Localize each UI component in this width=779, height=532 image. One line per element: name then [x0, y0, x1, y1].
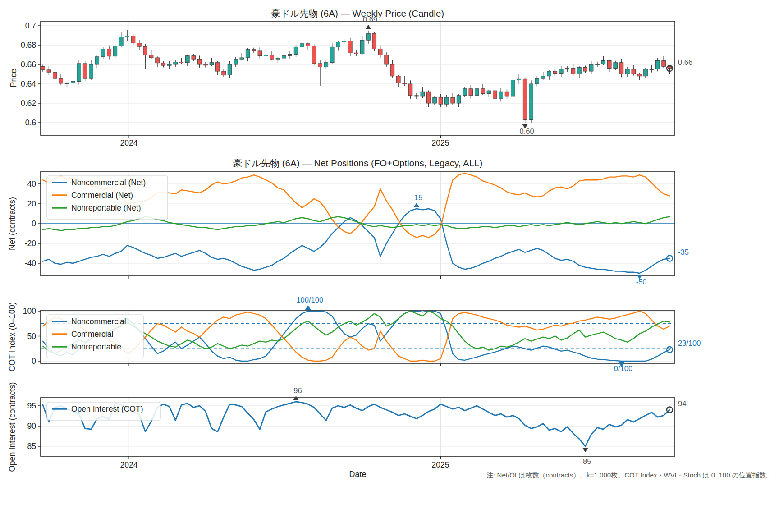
- y-tick-label: 90: [27, 422, 37, 431]
- candle-down: [318, 64, 322, 67]
- candle-down: [149, 55, 153, 58]
- candle-down: [252, 50, 256, 51]
- candle-up: [463, 89, 467, 96]
- candle-down: [583, 67, 587, 71]
- annotation-text: 100/100: [296, 296, 323, 304]
- candle-up: [294, 47, 298, 54]
- legend: Open Interest (COT): [47, 402, 160, 420]
- annotation-text: -50: [636, 278, 647, 286]
- candle-down: [662, 60, 666, 66]
- candle-up: [246, 50, 250, 58]
- annotation-text: 85: [583, 457, 591, 465]
- y-tick-label: 100: [23, 307, 36, 316]
- annotation-last: 23/100: [667, 339, 701, 353]
- candle-down: [270, 55, 274, 60]
- candle-down: [385, 55, 389, 65]
- net-panel: 40200-20-40Noncommercial (Net)Commercial…: [25, 171, 689, 286]
- annotation-text: 15: [414, 193, 422, 202]
- annotation-text: 0.60: [520, 127, 534, 135]
- candle-down: [222, 71, 226, 75]
- candle-up: [324, 63, 328, 67]
- candle-down: [397, 76, 401, 83]
- candle-down: [348, 41, 353, 53]
- candle-up: [421, 92, 425, 96]
- y-tick-label: -20: [25, 239, 37, 248]
- candle-down: [156, 58, 160, 63]
- candle-down: [408, 84, 412, 96]
- annotation-down: 0/100: [614, 362, 632, 372]
- y-tick-label: 20: [27, 199, 37, 208]
- cot-index-y-axis-label: COT Index (0–100): [8, 302, 17, 371]
- candle-down: [481, 89, 485, 94]
- candle-down: [258, 51, 262, 56]
- candle-up: [360, 40, 364, 54]
- peak-marker-up-triangle: [293, 396, 299, 400]
- last-value-text: 0.66: [678, 58, 692, 66]
- candle-down: [607, 60, 611, 68]
- candle-down: [179, 62, 183, 63]
- candle-down: [354, 53, 358, 54]
- last-value-text: 23/100: [678, 339, 701, 347]
- y-tick-label: 0.62: [21, 99, 36, 108]
- candle-up: [601, 60, 605, 64]
- candle-down: [372, 33, 376, 49]
- candle-up: [433, 97, 437, 103]
- candle-up: [186, 56, 190, 63]
- candle-up: [71, 82, 75, 83]
- candle-down: [306, 44, 310, 46]
- y-tick-label: 0: [32, 219, 36, 228]
- candle-down: [632, 69, 636, 74]
- annotation-last: 94: [667, 399, 686, 413]
- panel-frame: [41, 21, 675, 135]
- x-tick-2024-date: 2024: [120, 460, 138, 470]
- annotation-up: 100/100: [296, 296, 323, 310]
- price-panel: 0.70.680.660.640.620.60.690.600.66: [21, 15, 692, 138]
- candle-up: [101, 49, 105, 57]
- candle-down: [131, 36, 135, 43]
- candle-up: [541, 76, 545, 78]
- candle-down: [53, 72, 57, 78]
- candle-down: [312, 46, 316, 64]
- cot-dashboard: 0.70.680.660.640.620.60.690.600.6640200-…: [0, 0, 779, 532]
- candle-down: [493, 91, 497, 98]
- candles: [41, 30, 672, 123]
- candle-down: [107, 49, 111, 56]
- candle-up: [535, 78, 539, 84]
- candle-down: [137, 43, 142, 47]
- annotation-up: 96: [293, 386, 302, 400]
- candle-up: [444, 97, 449, 104]
- price-y-axis-label: Price: [9, 69, 18, 87]
- candle-up: [167, 64, 171, 65]
- legend-label: Commercial: [71, 330, 113, 339]
- candle-up: [487, 91, 491, 93]
- candle-up: [240, 58, 244, 59]
- legend-label: Open Interest (COT): [71, 404, 143, 413]
- candle-up: [650, 69, 654, 70]
- candle-down: [619, 63, 623, 74]
- candle-up: [89, 64, 93, 78]
- annotation-text: 96: [293, 386, 302, 394]
- y-tick-label: 0: [32, 357, 36, 366]
- candle-up: [511, 80, 515, 96]
- y-tick-label: 95: [27, 401, 36, 410]
- candle-up: [596, 64, 600, 65]
- candle-up: [65, 83, 69, 84]
- candle-up: [264, 55, 268, 56]
- y-tick-label: 40: [27, 179, 37, 188]
- last-value-text: -35: [678, 248, 689, 256]
- candle-down: [451, 97, 455, 103]
- candle-up: [330, 47, 334, 62]
- candle-up: [228, 64, 232, 75]
- x-tick-2025-date: 2025: [432, 460, 449, 470]
- candle-up: [475, 89, 479, 96]
- candle-down: [143, 46, 147, 55]
- candle-up: [119, 37, 124, 46]
- candle-down: [192, 56, 196, 60]
- trough-marker-down-triangle: [582, 448, 588, 452]
- candle-up: [589, 64, 593, 71]
- annotation-down: 0.60: [520, 124, 534, 135]
- peak-marker-up-triangle: [305, 305, 311, 310]
- candle-up: [288, 54, 292, 55]
- cot_index-panel: 100500NoncommercialCommercialNonreportab…: [23, 296, 701, 372]
- candle-down: [215, 63, 220, 71]
